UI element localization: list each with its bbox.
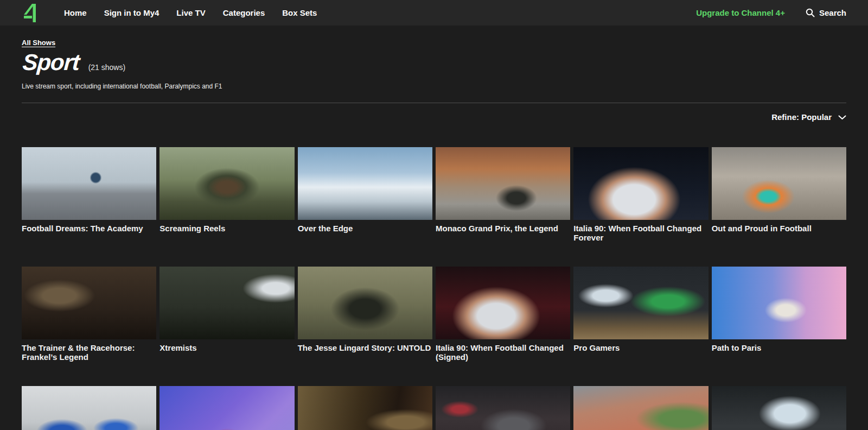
channel4-logo[interactable]	[22, 2, 40, 24]
chevron-down-icon	[838, 115, 846, 120]
top-navigation: Home Sign in to My4 Live TV Categories B…	[0, 0, 868, 26]
show-title: Path to Paris	[712, 343, 846, 352]
nav-item-home[interactable]: Home	[64, 8, 87, 17]
search-button[interactable]: Search	[806, 8, 846, 17]
show-card[interactable]: The Trainer & the Racehorse: Frankel’s L…	[22, 267, 156, 386]
show-card[interactable]	[573, 386, 708, 430]
show-card[interactable]	[436, 386, 570, 430]
show-title: The Jesse Lingard Story: UNTOLD	[298, 343, 432, 352]
show-title: Monaco Grand Prix, the Legend	[436, 224, 570, 233]
nav-item-live-tv[interactable]: Live TV	[176, 8, 205, 17]
show-thumbnail[interactable]	[712, 386, 846, 430]
breadcrumb-all-shows[interactable]: All Shows	[22, 39, 55, 47]
nav-item-box-sets[interactable]: Box Sets	[282, 8, 317, 17]
show-thumbnail[interactable]	[712, 147, 846, 220]
shows-grid: Football Dreams: The Academy Screaming R…	[22, 147, 846, 430]
show-thumbnail[interactable]	[573, 147, 708, 220]
show-thumbnail[interactable]	[436, 386, 570, 430]
show-card[interactable]: Out and Proud in Football	[712, 147, 846, 267]
show-thumbnail[interactable]	[159, 386, 294, 430]
show-title: Pro Gamers	[573, 343, 708, 352]
upgrade-channel4-link[interactable]: Upgrade to Channel 4+	[696, 8, 785, 17]
show-thumbnail[interactable]	[712, 267, 846, 339]
page-title: Sport	[22, 49, 86, 75]
search-icon	[806, 8, 815, 17]
show-card[interactable]: Over the Edge	[298, 147, 432, 267]
show-title: The Trainer & the Racehorse: Frankel’s L…	[22, 343, 156, 362]
nav-item-categories[interactable]: Categories	[223, 8, 265, 17]
category-description: Live stream sport, including internation…	[22, 83, 846, 90]
show-card[interactable]: The Jesse Lingard Story: UNTOLD	[298, 267, 432, 386]
show-title: Italia 90: When Football Changed (Signed…	[436, 343, 570, 362]
show-card[interactable]: Monaco Grand Prix, the Legend	[436, 147, 570, 267]
show-thumbnail[interactable]	[298, 386, 432, 430]
show-title: Screaming Reels	[159, 224, 294, 233]
show-thumbnail[interactable]	[573, 267, 708, 339]
show-title: Out and Proud in Football	[712, 224, 846, 233]
show-card[interactable]: Italia 90: When Football Changed Forever	[573, 147, 708, 267]
channel4-logo-icon	[22, 2, 38, 24]
show-thumbnail[interactable]	[22, 147, 156, 220]
show-thumbnail[interactable]	[22, 386, 156, 430]
show-card[interactable]: Football Dreams: The Academy	[22, 147, 156, 267]
show-count: (21 shows)	[88, 63, 125, 72]
show-thumbnail[interactable]	[159, 267, 294, 339]
show-title: Over the Edge	[298, 224, 432, 233]
show-card[interactable]: Screaming Reels	[159, 147, 294, 267]
search-label: Search	[819, 8, 846, 17]
primary-nav: Home Sign in to My4 Live TV Categories B…	[64, 8, 317, 17]
show-card[interactable]	[298, 386, 432, 430]
sport-category-page: All Shows Sport (21 shows) Live stream s…	[0, 26, 868, 430]
show-card[interactable]	[22, 386, 156, 430]
show-thumbnail[interactable]	[436, 267, 570, 339]
divider	[22, 103, 846, 103]
show-card[interactable]: Xtremists	[159, 267, 294, 386]
nav-item-sign-in[interactable]: Sign in to My4	[104, 8, 159, 17]
show-title: Football Dreams: The Academy	[22, 224, 156, 233]
show-thumbnail[interactable]	[573, 386, 708, 430]
show-thumbnail[interactable]	[159, 147, 294, 220]
show-thumbnail[interactable]	[298, 147, 432, 220]
show-card[interactable]: Italia 90: When Football Changed (Signed…	[436, 267, 570, 386]
show-thumbnail[interactable]	[22, 267, 156, 339]
show-title: Italia 90: When Football Changed Forever	[573, 224, 708, 242]
show-card[interactable]	[712, 386, 846, 430]
show-thumbnail[interactable]	[298, 267, 432, 339]
show-card[interactable]	[159, 386, 294, 430]
show-card[interactable]: Path to Paris	[712, 267, 846, 386]
refine-label: Refine: Popular	[771, 112, 832, 122]
show-title: Xtremists	[159, 343, 294, 352]
show-thumbnail[interactable]	[436, 147, 570, 220]
refine-dropdown[interactable]: Refine: Popular	[771, 112, 846, 122]
show-card[interactable]: Pro Gamers	[573, 267, 708, 386]
